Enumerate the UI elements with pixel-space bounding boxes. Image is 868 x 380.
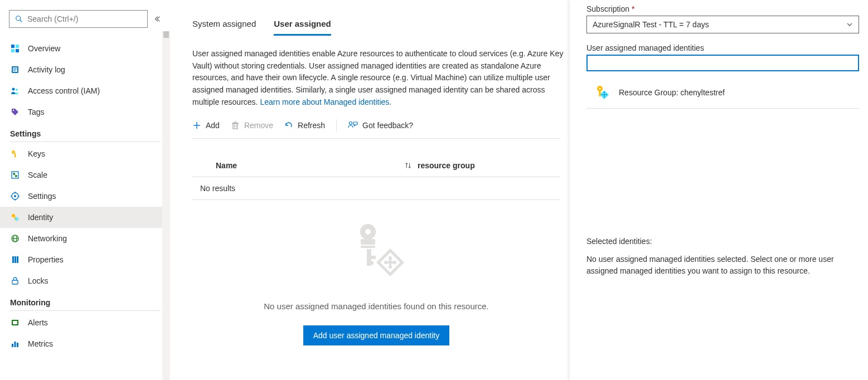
access-control-icon — [10, 86, 20, 96]
key-icon — [10, 149, 20, 159]
search-icon — [14, 14, 24, 24]
sidebar-item-properties[interactable]: Properties — [0, 249, 170, 270]
plus-icon — [192, 121, 201, 130]
tab-user-assigned[interactable]: User assigned — [274, 19, 331, 36]
identity-result-item[interactable]: Resource Group: chenyltestref — [586, 79, 859, 109]
svg-point-12 — [16, 89, 18, 91]
svg-rect-39 — [17, 343, 18, 347]
sidebar-item-label: Keys — [28, 149, 45, 158]
svg-rect-3 — [16, 45, 19, 48]
svg-rect-31 — [12, 256, 14, 263]
svg-rect-54 — [367, 261, 374, 265]
button-label: Refresh — [298, 121, 325, 130]
overview-icon — [10, 43, 20, 53]
sidebar-section-heading: Monitoring — [0, 293, 170, 310]
sidebar-scrollbar[interactable] — [162, 31, 170, 380]
refresh-icon — [284, 121, 293, 130]
selected-identities-description: No user assigned managed identities sele… — [586, 254, 859, 277]
lock-icon — [10, 276, 20, 286]
add-identity-panel: Subscription * AzureSignalR Test - TTL =… — [570, 0, 868, 380]
learn-more-link[interactable]: Learn more about Managed identities — [260, 98, 389, 106]
svg-point-13 — [13, 110, 14, 111]
alerts-icon — [10, 318, 20, 328]
column-header-resource-group[interactable]: resource group — [404, 161, 475, 170]
svg-rect-50 — [361, 239, 375, 245]
sidebar-item-overview[interactable]: Overview — [0, 38, 170, 59]
svg-rect-33 — [17, 256, 18, 263]
sidebar-item-keys[interactable]: Keys — [0, 143, 170, 164]
managed-identity-icon — [594, 85, 610, 100]
sidebar-item-label: Metrics — [28, 339, 53, 348]
empty-state: No user assigned managed identities foun… — [192, 218, 560, 345]
sidebar-item-locks[interactable]: Locks — [0, 270, 170, 291]
properties-icon — [10, 255, 20, 265]
search-box[interactable] — [9, 10, 148, 28]
metrics-icon — [10, 339, 20, 349]
feedback-button[interactable]: Got feedback? — [348, 121, 413, 130]
svg-rect-42 — [233, 124, 237, 129]
sidebar-item-label: Access control (IAM) — [28, 86, 100, 95]
sort-icon — [404, 162, 412, 169]
add-button[interactable]: Add — [192, 121, 220, 130]
svg-point-15 — [13, 152, 14, 153]
svg-rect-2 — [11, 45, 14, 48]
svg-point-71 — [604, 96, 605, 98]
column-header-name[interactable]: Name — [192, 161, 404, 170]
refresh-button[interactable]: Refresh — [284, 121, 325, 130]
required-indicator: * — [632, 4, 634, 13]
subscription-select[interactable]: AzureSignalR Test - TTL = 7 days — [586, 16, 859, 33]
empty-state-illustration — [343, 218, 410, 285]
svg-point-47 — [350, 122, 352, 125]
sidebar-item-access-control[interactable]: Access control (IAM) — [0, 80, 170, 101]
sidebar-item-settings[interactable]: Settings — [0, 186, 170, 207]
svg-rect-18 — [14, 157, 16, 158]
sidebar-item-tags[interactable]: Tags — [0, 101, 170, 123]
add-managed-identity-button[interactable]: Add user assigned managed identity — [303, 325, 449, 345]
activity-log-icon — [10, 65, 20, 75]
button-label: Remove — [244, 121, 273, 130]
selected-identities-heading: Selected identities: — [586, 237, 859, 246]
svg-rect-16 — [14, 153, 16, 157]
empty-state-text: No user assigned managed identities foun… — [264, 301, 489, 311]
svg-rect-38 — [14, 342, 16, 347]
identities-search-input[interactable] — [586, 55, 859, 71]
svg-rect-48 — [353, 122, 357, 125]
collapse-sidebar-button[interactable] — [153, 15, 161, 23]
sidebar-item-label: Locks — [28, 276, 49, 285]
sidebar-item-label: Activity log — [28, 65, 65, 74]
sidebar-item-activity-log[interactable]: Activity log — [0, 59, 170, 80]
sidebar-item-label: Alerts — [28, 318, 48, 327]
svg-rect-5 — [16, 49, 19, 52]
search-input[interactable] — [27, 14, 143, 23]
tab-system-assigned[interactable]: System assigned — [192, 19, 256, 36]
sidebar-item-metrics[interactable]: Metrics — [0, 333, 170, 354]
svg-rect-61 — [386, 261, 394, 264]
sidebar-item-label: Identity — [28, 213, 53, 222]
svg-point-69 — [606, 94, 607, 95]
sidebar-item-alerts[interactable]: Alerts — [0, 312, 170, 333]
svg-point-55 — [365, 229, 371, 235]
sidebar-item-label: Overview — [28, 44, 60, 53]
button-label: Got feedback? — [362, 121, 413, 130]
svg-rect-37 — [12, 344, 13, 347]
feedback-icon — [348, 121, 358, 130]
svg-rect-53 — [367, 256, 376, 259]
result-text: Resource Group: chenyltestref — [619, 88, 725, 97]
table-no-results: No results — [192, 177, 560, 200]
sidebar-section-heading: Settings — [0, 124, 170, 142]
sidebar-item-networking[interactable]: Networking — [0, 228, 170, 249]
scale-icon — [10, 170, 20, 180]
button-label: Add — [206, 121, 220, 130]
identity-icon — [10, 212, 20, 222]
trash-icon — [231, 121, 240, 130]
svg-point-0 — [16, 16, 21, 21]
svg-point-70 — [604, 92, 605, 93]
networking-icon — [10, 233, 20, 243]
svg-rect-4 — [11, 49, 14, 52]
description-text: User assigned managed identities enable … — [192, 48, 570, 108]
sidebar-item-scale[interactable]: Scale — [0, 164, 170, 186]
svg-point-68 — [602, 94, 603, 95]
sidebar-item-identity[interactable]: Identity — [0, 207, 170, 228]
svg-rect-34 — [12, 280, 18, 284]
svg-rect-32 — [14, 256, 16, 263]
